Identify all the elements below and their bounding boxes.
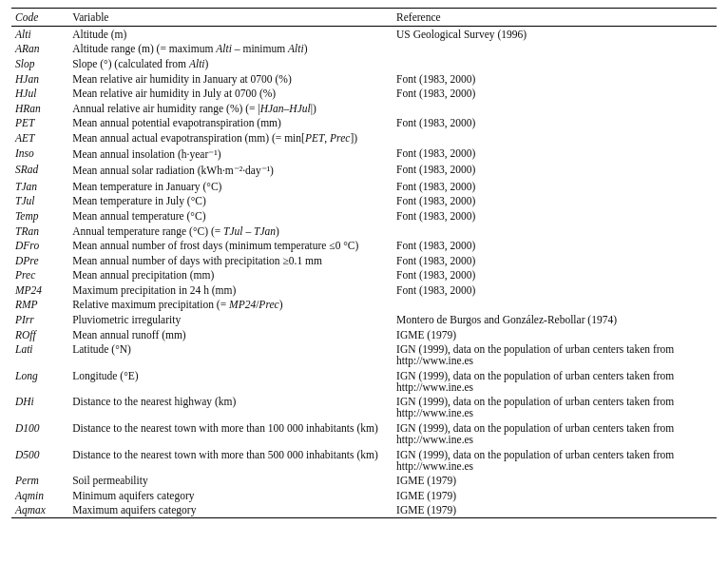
cell-reference: IGN (1999), data on the population of ur… (393, 368, 717, 395)
cell-reference: IGN (1999), data on the population of ur… (393, 420, 717, 447)
cell-variable: Pluviometric irregularity (68, 312, 393, 327)
table-row: TempMean annual temperature (°C)Font (19… (11, 208, 717, 224)
cell-reference (393, 56, 717, 71)
table-row: TRanAnnual temperature range (°C) (= TJu… (11, 224, 717, 239)
table-row: TJulMean temperature in July (°C)Font (1… (11, 194, 717, 209)
cell-code: HJan (11, 71, 68, 87)
cell-reference: Font (1983, 2000) (393, 194, 717, 209)
cell-code: PET (11, 116, 68, 131)
table-row: D500Distance to the nearest town with mo… (11, 447, 717, 474)
table-row: LatiLatitude (°N)IGN (1999), data on the… (11, 341, 717, 368)
cell-reference (393, 101, 717, 116)
table-row: ROffMean annual runoff (mm)IGME (1979) (11, 327, 717, 342)
table-row: HRanAnnual relative air humidity range (… (11, 101, 717, 116)
cell-code: MP24 (11, 282, 68, 298)
cell-variable: Maximum precipitation in 24 h (mm) (68, 282, 393, 298)
cell-reference: IGME (1979) (393, 488, 717, 503)
cell-reference (393, 130, 717, 146)
cell-reference: Font (1983, 2000) (393, 86, 717, 101)
cell-reference: Font (1983, 2000) (393, 162, 717, 179)
cell-reference: IGME (1979) (393, 503, 717, 518)
cell-variable: Annual relative air humidity range (%) (… (68, 101, 393, 116)
table-row: D100Distance to the nearest town with mo… (11, 420, 717, 447)
cell-reference (393, 298, 717, 313)
cell-reference: IGN (1999), data on the population of ur… (393, 395, 717, 421)
cell-variable: Soil permeability (68, 473, 393, 488)
cell-variable: Mean annual temperature (°C) (68, 208, 393, 224)
table-row: AltiAltitude (m)US Geological Survey (19… (11, 27, 717, 42)
table-row: AqmaxMaximum aquifers categoryIGME (1979… (11, 503, 717, 518)
cell-code: RMP (11, 298, 68, 313)
cell-reference: Font (1983, 2000) (393, 208, 717, 224)
cell-variable: Mean annual precipitation (mm) (68, 268, 393, 283)
cell-reference: IGME (1979) (393, 473, 717, 488)
cell-code: DHi (11, 395, 68, 421)
cell-code: Aqmax (11, 503, 68, 518)
cell-reference: Font (1983, 2000) (393, 268, 717, 283)
cell-code: PIrr (11, 312, 68, 327)
table-row: DFroMean annual number of frost days (mi… (11, 238, 717, 253)
cell-code: AET (11, 130, 68, 146)
header-variable: Variable (68, 9, 393, 27)
cell-code: TJul (11, 194, 68, 209)
cell-variable: Mean annual potential evapotranspiration… (68, 116, 393, 131)
cell-code: SRad (11, 162, 68, 179)
cell-variable: Annual temperature range (°C) (= TJul – … (68, 224, 393, 239)
table-row: AqminMinimum aquifers categoryIGME (1979… (11, 488, 717, 503)
table-row: HJulMean relative air humidity in July a… (11, 86, 717, 101)
cell-variable: Distance to the nearest town with more t… (68, 420, 393, 447)
cell-variable: Mean annual insolation (h·year⁻¹) (68, 146, 393, 163)
table-row: ARanAltitude range (m) (= maximum Alti –… (11, 42, 717, 57)
table-row: PIrrPluviometric irregularityMontero de … (11, 312, 717, 327)
cell-code: Lati (11, 341, 68, 368)
cell-code: Temp (11, 208, 68, 224)
cell-reference: Font (1983, 2000) (393, 282, 717, 298)
cell-reference (393, 224, 717, 239)
cell-code: DPre (11, 253, 68, 268)
cell-code: Slop (11, 56, 68, 71)
cell-code: ROff (11, 327, 68, 342)
cell-variable: Mean relative air humidity in July at 07… (68, 86, 393, 101)
cell-variable: Mean annual number of frost days (minimu… (68, 238, 393, 253)
table-row: HJanMean relative air humidity in Januar… (11, 71, 717, 87)
cell-code: Inso (11, 146, 68, 163)
cell-reference: Font (1983, 2000) (393, 146, 717, 163)
cell-variable: Maximum aquifers category (68, 503, 393, 518)
cell-variable: Mean annual runoff (mm) (68, 327, 393, 342)
cell-code: DFro (11, 238, 68, 253)
cell-variable: Distance to the nearest town with more t… (68, 447, 393, 474)
cell-code: TJan (11, 179, 68, 194)
cell-code: Long (11, 368, 68, 395)
cell-reference: Font (1983, 2000) (393, 253, 717, 268)
cell-variable: Altitude (m) (68, 27, 393, 42)
cell-variable: Mean relative air humidity in January at… (68, 71, 393, 87)
table-row: DHiDistance to the nearest highway (km)I… (11, 395, 717, 421)
cell-code: Aqmin (11, 488, 68, 503)
cell-reference: Font (1983, 2000) (393, 116, 717, 131)
table-row: SlopSlope (°) (calculated from Alti) (11, 56, 717, 71)
cell-variable: Slope (°) (calculated from Alti) (68, 56, 393, 71)
table-row: InsoMean annual insolation (h·year⁻¹)Fon… (11, 146, 717, 163)
cell-code: D500 (11, 447, 68, 474)
cell-code: HRan (11, 101, 68, 116)
cell-reference: Montero de Burgos and González-Rebollar … (393, 312, 717, 327)
table-row: PETMean annual potential evapotranspirat… (11, 116, 717, 131)
cell-code: TRan (11, 224, 68, 239)
cell-code: ARan (11, 42, 68, 57)
cell-variable: Distance to the nearest highway (km) (68, 395, 393, 421)
header-code: Code (11, 9, 68, 27)
cell-variable: Mean annual solar radiation (kWh·m⁻²·day… (68, 162, 393, 179)
table-row: RMPRelative maximum precipitation (= MP2… (11, 298, 717, 313)
cell-variable: Mean temperature in January (°C) (68, 179, 393, 194)
table-row: PermSoil permeabilityIGME (1979) (11, 473, 717, 488)
cell-reference: IGME (1979) (393, 327, 717, 342)
table-row: SRadMean annual solar radiation (kWh·m⁻²… (11, 162, 717, 179)
cell-code: D100 (11, 420, 68, 447)
cell-variable: Relative maximum precipitation (= MP24/P… (68, 298, 393, 313)
header-reference: Reference (393, 9, 717, 27)
cell-variable: Latitude (°N) (68, 341, 393, 368)
variables-table: Code Variable Reference AltiAltitude (m)… (11, 8, 717, 518)
table-row: DPreMean annual number of days with prec… (11, 253, 717, 268)
cell-code: Prec (11, 268, 68, 283)
cell-reference: Font (1983, 2000) (393, 179, 717, 194)
